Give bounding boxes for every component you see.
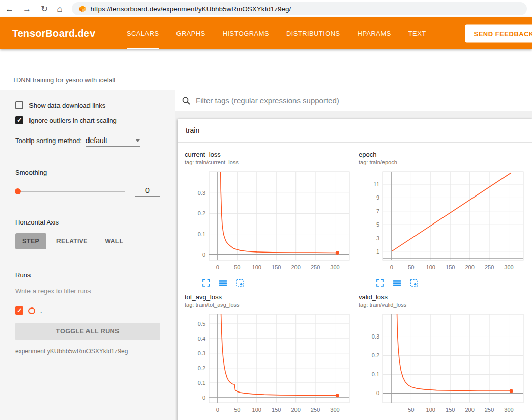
chart-tag: tag: train/epoch: [359, 159, 532, 165]
checkbox-icon[interactable]: [15, 116, 23, 124]
run-name: .: [40, 307, 42, 314]
svg-text:150: 150: [446, 407, 455, 413]
slider-thumb-icon[interactable]: [15, 188, 21, 194]
svg-text:0: 0: [390, 264, 393, 270]
page: ← → ↻ ⌂ https://tensorboard.dev/experime…: [0, 0, 532, 420]
fit-domain-icon[interactable]: [235, 278, 244, 287]
chart-actions: [376, 278, 532, 287]
run-selector-icon[interactable]: [219, 278, 227, 287]
checkbox-icon[interactable]: [15, 101, 23, 109]
svg-text:0.2: 0.2: [372, 352, 379, 358]
svg-text:250: 250: [311, 264, 320, 270]
svg-text:0.3: 0.3: [198, 190, 205, 196]
svg-text:100: 100: [426, 264, 435, 270]
browser-forward-icon[interactable]: →: [23, 5, 32, 13]
svg-text:11: 11: [374, 181, 379, 187]
browser-reload-icon[interactable]: ↻: [41, 5, 48, 13]
svg-text:0.2: 0.2: [198, 365, 205, 371]
chart-tot-avg-loss: tot_avg_loss tag: train/tot_avg_loss 050…: [185, 293, 359, 420]
smoothing-row: 0: [15, 186, 160, 197]
svg-text:0: 0: [202, 251, 205, 258]
run-checkbox-icon[interactable]: [15, 306, 23, 315]
chart-plot[interactable]: 0501001502002503001357911: [359, 169, 532, 277]
tab-hparams[interactable]: HPARAMS: [358, 17, 391, 49]
checkbox-label: Show data download links: [29, 102, 105, 109]
chart-plot[interactable]: 05010015020025030000.10.20.30.40.5: [185, 311, 359, 420]
svg-text:50: 50: [408, 407, 414, 413]
experiment-caption: experiment yKUbhb5wRmOSXYkId1z9eg: [15, 348, 160, 355]
expand-chart-icon[interactable]: [376, 278, 385, 287]
svg-text:0.3: 0.3: [198, 350, 205, 356]
svg-text:5: 5: [376, 221, 379, 228]
subheader: TDNN training for yesno with icefall: [0, 49, 532, 90]
chart-plot[interactable]: 5010015020025030000.10.20.3: [359, 311, 532, 420]
tab-scalars[interactable]: SCALARS: [127, 17, 159, 49]
chart-title: valid_loss: [359, 293, 532, 301]
chart-current-loss: current_loss tag: train/current_loss 050…: [185, 151, 359, 287]
axis-buttons: STEP RELATIVE WALL: [15, 233, 160, 249]
svg-text:9: 9: [376, 194, 379, 201]
svg-text:0: 0: [202, 395, 205, 401]
smoothing-slider[interactable]: [15, 191, 125, 192]
axis-wall-button[interactable]: WALL: [98, 233, 131, 249]
toggle-all-runs-button[interactable]: TOGGLE ALL RUNS: [15, 323, 160, 340]
tooltip-sorting-dropdown[interactable]: default: [86, 136, 140, 147]
browser-back-icon[interactable]: ←: [5, 5, 14, 13]
chart-actions: [202, 278, 359, 287]
ignore-outliers-row[interactable]: Ignore outliers in chart scaling: [15, 116, 160, 124]
svg-text:100: 100: [426, 407, 435, 413]
svg-text:250: 250: [485, 264, 494, 270]
address-bar[interactable]: https://tensorboard.dev/experiment/yKUbh…: [72, 2, 527, 15]
svg-text:150: 150: [446, 264, 455, 270]
expand-chart-icon[interactable]: [202, 278, 211, 287]
horizontal-axis-label: Horizontal Axis: [15, 218, 160, 226]
chart-tag: tag: train/valid_loss: [359, 302, 532, 308]
checkbox-label: Ignore outliers in chart scaling: [29, 117, 117, 124]
svg-text:1: 1: [376, 248, 379, 255]
runs-label: Runs: [15, 271, 160, 279]
train-card: train current_loss tag: train/current_lo…: [178, 119, 532, 420]
fit-domain-icon[interactable]: [409, 278, 418, 287]
svg-text:0.3: 0.3: [372, 333, 379, 340]
smoothing-value[interactable]: 0: [135, 186, 160, 197]
svg-text:0: 0: [216, 407, 219, 413]
svg-text:0.1: 0.1: [372, 371, 379, 377]
svg-text:150: 150: [272, 264, 281, 270]
content: Show data download links Ignore outliers…: [0, 90, 532, 420]
experiment-title: TDNN training for yesno with icefall: [12, 76, 115, 84]
chart-title: epoch: [359, 151, 532, 158]
svg-text:0: 0: [376, 390, 379, 396]
tab-graphs[interactable]: GRAPHS: [176, 17, 205, 49]
main-panel: train current_loss tag: train/current_lo…: [175, 90, 532, 420]
group-header-train[interactable]: train: [178, 119, 532, 143]
dropdown-value: default: [86, 136, 107, 145]
send-feedback-button[interactable]: SEND FEEDBACK: [465, 24, 532, 42]
svg-text:300: 300: [504, 407, 513, 413]
run-selector-icon[interactable]: [393, 278, 401, 287]
runs-filter-input[interactable]: [15, 284, 160, 298]
axis-step-button[interactable]: STEP: [15, 233, 46, 249]
tab-distributions[interactable]: DISTRIBUTIONS: [286, 17, 340, 49]
chart-valid-loss: valid_loss tag: train/valid_loss 5010015…: [359, 293, 532, 420]
show-download-links-row[interactable]: Show data download links: [15, 101, 160, 109]
tag-filter-input[interactable]: [196, 96, 526, 105]
axis-relative-button[interactable]: RELATIVE: [49, 233, 95, 249]
svg-text:0.1: 0.1: [198, 380, 205, 386]
run-row[interactable]: .: [15, 306, 160, 315]
svg-text:250: 250: [485, 407, 494, 413]
chart-epoch: epoch tag: train/epoch 05010015020025030…: [359, 151, 532, 287]
charts-grid: current_loss tag: train/current_loss 050…: [178, 143, 532, 420]
tensorboard-logo[interactable]: TensorBoard.dev: [12, 17, 95, 49]
chart-title: current_loss: [185, 151, 359, 158]
browser-home-icon[interactable]: ⌂: [57, 5, 62, 13]
tab-histograms[interactable]: HISTOGRAMS: [223, 17, 269, 49]
sidebar-section-runs: Runs . TOGGLE ALL RUNS experiment yKUbhb…: [0, 260, 175, 365]
svg-text:200: 200: [291, 407, 300, 413]
chevron-down-icon: [136, 139, 140, 142]
svg-text:0.4: 0.4: [198, 335, 205, 342]
chart-tag: tag: train/tot_avg_loss: [185, 302, 359, 308]
chart-plot[interactable]: 05010015020025030000.10.20.3: [185, 169, 359, 277]
nav-tabs: SCALARS GRAPHS HISTOGRAMS DISTRIBUTIONS …: [127, 17, 426, 49]
tab-text[interactable]: TEXT: [408, 17, 426, 49]
svg-text:0.5: 0.5: [198, 321, 205, 327]
